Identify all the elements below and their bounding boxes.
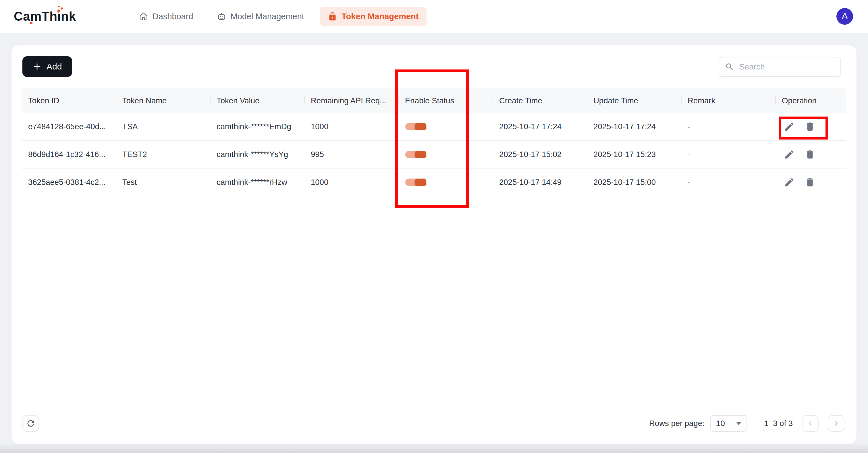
brand-logo-text: CamThink bbox=[14, 9, 76, 23]
cell-token-id: 3625aee5-0381-4c2... bbox=[22, 178, 116, 187]
home-icon bbox=[139, 12, 148, 21]
col-header-token-id: Token ID bbox=[22, 96, 116, 105]
col-header-enable-status: Enable Status bbox=[398, 96, 493, 105]
trash-icon bbox=[805, 149, 815, 160]
search-box bbox=[719, 57, 841, 77]
cell-remark: - bbox=[681, 122, 775, 131]
pagination: Rows per page: 10 1–3 of 3 bbox=[649, 415, 844, 432]
cell-token-name: TEST2 bbox=[116, 150, 210, 159]
add-button-label: Add bbox=[46, 62, 62, 71]
cell-update-time: 2025-10-17 15:00 bbox=[587, 178, 681, 187]
cell-token-value: camthink-******EmDg bbox=[210, 122, 304, 131]
brand-logo: CamThink bbox=[14, 9, 76, 24]
cell-operation bbox=[775, 177, 846, 188]
cell-remaining: 1000 bbox=[304, 122, 398, 131]
cell-enable-status bbox=[398, 151, 493, 158]
nav-label: Token Management bbox=[342, 12, 419, 21]
cell-remark: - bbox=[681, 178, 775, 187]
pencil-icon bbox=[784, 121, 795, 132]
rows-per-page-value: 10 bbox=[716, 419, 725, 428]
col-header-token-value: Token Value bbox=[210, 96, 304, 105]
main-nav: Dashboard Model Management Token Managem… bbox=[131, 7, 427, 26]
plus-icon bbox=[33, 62, 41, 71]
chevron-left-icon bbox=[807, 420, 814, 427]
next-page-button[interactable] bbox=[828, 415, 844, 432]
enable-status-toggle[interactable] bbox=[405, 123, 422, 130]
search-icon bbox=[725, 62, 734, 71]
edit-button[interactable] bbox=[784, 177, 795, 188]
table-row: 86d9d164-1c32-416... TEST2 camthink-****… bbox=[22, 141, 846, 168]
col-header-create-time: Create Time bbox=[493, 96, 587, 105]
logo-accent-dot bbox=[30, 22, 32, 24]
rows-per-page-select[interactable]: 10 bbox=[710, 415, 747, 432]
col-header-remaining: Remaining API Req... bbox=[304, 96, 398, 105]
rows-per-page-label: Rows per page: bbox=[649, 419, 705, 428]
delete-button[interactable] bbox=[805, 149, 815, 160]
cell-enable-status bbox=[398, 179, 493, 186]
toggle-thumb bbox=[415, 179, 426, 186]
robot-icon bbox=[217, 12, 226, 21]
table-body: e7484128-65ee-40d... TSA camthink-******… bbox=[22, 113, 846, 196]
refresh-button[interactable] bbox=[22, 415, 39, 432]
cell-remaining: 1000 bbox=[304, 178, 398, 187]
table-header-row: Token ID Token Name Token Value Remainin… bbox=[22, 89, 846, 113]
avatar-letter: A bbox=[842, 11, 848, 22]
cell-remaining: 995 bbox=[304, 150, 398, 159]
search-input[interactable] bbox=[739, 62, 835, 71]
add-button[interactable]: Add bbox=[22, 56, 72, 77]
col-header-token-name: Token Name bbox=[116, 96, 210, 105]
cell-token-id: e7484128-65ee-40d... bbox=[22, 122, 116, 131]
cell-operation bbox=[775, 149, 846, 160]
cell-create-time: 2025-10-17 17:24 bbox=[493, 122, 587, 131]
chevron-down-icon bbox=[736, 422, 741, 425]
edit-button[interactable] bbox=[784, 121, 795, 132]
enable-status-toggle[interactable] bbox=[405, 151, 422, 158]
col-header-remark: Remark bbox=[681, 96, 775, 105]
delete-button[interactable] bbox=[805, 177, 815, 188]
page-range-label: 1–3 of 3 bbox=[764, 419, 793, 428]
nav-item-token-management[interactable]: Token Management bbox=[320, 7, 427, 26]
previous-page-button[interactable] bbox=[802, 415, 818, 432]
col-header-operation: Operation bbox=[775, 96, 846, 105]
cell-update-time: 2025-10-17 15:23 bbox=[587, 150, 681, 159]
table-row: e7484128-65ee-40d... TSA camthink-******… bbox=[22, 113, 846, 141]
cell-update-time: 2025-10-17 17:24 bbox=[587, 122, 681, 131]
cell-operation bbox=[775, 121, 846, 132]
token-table: Token ID Token Name Token Value Remainin… bbox=[22, 89, 846, 196]
table-row: 3625aee5-0381-4c2... Test camthink-*****… bbox=[22, 168, 846, 196]
toggle-thumb bbox=[415, 151, 426, 158]
trash-icon bbox=[805, 177, 815, 188]
cell-token-name: Test bbox=[116, 178, 210, 187]
cell-create-time: 2025-10-17 15:02 bbox=[493, 150, 587, 159]
toggle-thumb bbox=[415, 123, 426, 130]
logo-spark-icon bbox=[56, 6, 65, 13]
cell-token-id: 86d9d164-1c32-416... bbox=[22, 150, 116, 159]
content-card: Add Token ID Token Name Token Value Rema… bbox=[11, 45, 857, 444]
nav-item-dashboard[interactable]: Dashboard bbox=[131, 7, 202, 26]
pencil-icon bbox=[784, 177, 795, 188]
cell-enable-status bbox=[398, 123, 493, 130]
chevron-right-icon bbox=[832, 420, 840, 427]
cell-token-value: camthink-******rHzw bbox=[210, 178, 304, 187]
cell-create-time: 2025-10-17 14:49 bbox=[493, 178, 587, 187]
nav-label: Dashboard bbox=[153, 12, 193, 21]
nav-item-model-management[interactable]: Model Management bbox=[209, 7, 312, 26]
cell-remark: - bbox=[681, 150, 775, 159]
edit-button[interactable] bbox=[784, 149, 795, 160]
trash-icon bbox=[805, 121, 815, 132]
cell-token-name: TSA bbox=[116, 122, 210, 131]
bottom-band bbox=[0, 444, 868, 453]
lock-icon bbox=[328, 12, 337, 21]
pencil-icon bbox=[784, 149, 795, 160]
refresh-icon bbox=[26, 419, 36, 428]
nav-label: Model Management bbox=[230, 12, 304, 21]
delete-button[interactable] bbox=[805, 121, 815, 132]
user-avatar[interactable]: A bbox=[836, 8, 853, 25]
cell-token-value: camthink-******YsYg bbox=[210, 150, 304, 159]
top-bar: CamThink Dashboard Model Management bbox=[0, 0, 868, 33]
enable-status-toggle[interactable] bbox=[405, 179, 422, 186]
col-header-update-time: Update Time bbox=[587, 96, 681, 105]
